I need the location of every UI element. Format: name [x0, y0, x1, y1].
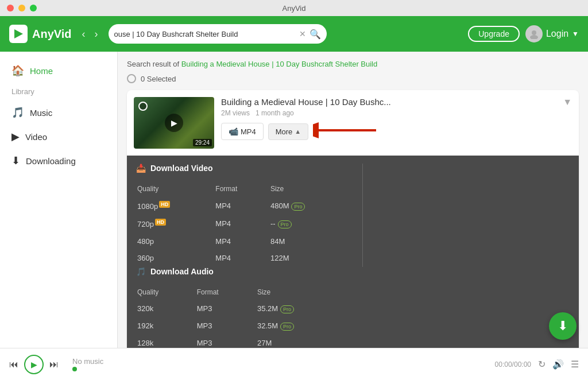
search-result-header: Search result of Building a Medieval Hou…	[127, 60, 579, 68]
sidebar-item-home[interactable]: 🏠 Home	[0, 59, 117, 83]
card-expand-button-1[interactable]: ▼	[563, 97, 572, 107]
music-icon: 🎵	[11, 106, 24, 119]
nav-arrows[interactable]: ‹ ›	[79, 27, 102, 41]
title-bar: AnyVid	[0, 0, 588, 16]
download-video-col: 📥 Download Video Quality Format Size	[136, 164, 353, 267]
video-quality-col-header: Quality	[137, 183, 214, 196]
audio-option-row[interactable]: 320k MP3 35.2MPro	[137, 301, 352, 317]
library-section-label: Library	[0, 83, 117, 100]
queue-button[interactable]: ☰	[571, 359, 579, 370]
search-bar[interactable]: ouse | 10 Day Bushcraft Shelter Build ✕ …	[109, 24, 327, 44]
video-format-cell: MP4	[215, 215, 269, 232]
window-title: AnyVid	[283, 4, 306, 13]
header-right: Upgrade Login ▼	[468, 25, 579, 42]
audio-format-cell: MP3	[197, 318, 256, 334]
download-panel-1: 📥 Download Video Quality Format Size	[127, 156, 579, 348]
back-button[interactable]: ‹	[79, 27, 89, 41]
no-music-label: No music	[72, 357, 481, 366]
search-text: ouse | 10 Day Bushcraft Shelter Build	[114, 30, 296, 38]
sidebar-item-music[interactable]: 🎵 Music	[0, 100, 117, 125]
search-icon[interactable]: 🔍	[310, 29, 321, 40]
main-layout: 🏠 Home Library 🎵 Music ▶ Video ⬇ Downloa…	[0, 52, 588, 348]
more-button-1[interactable]: More ▲	[268, 123, 309, 140]
svg-marker-0	[14, 29, 23, 38]
audio-size-col-header: Size	[257, 286, 352, 300]
video-card-1-header: ▶ 29:24 Building a Medieval House | 10 D…	[127, 90, 579, 156]
player-track-info: No music	[65, 357, 488, 371]
audio-size-cell: 32.5MPro	[257, 318, 352, 334]
download-audio-table: Quality Format Size 320k MP3 35.2MPro 19…	[136, 285, 353, 348]
search-result-link[interactable]: Building a Medieval House | 10 Day Bushc…	[181, 60, 378, 68]
red-arrow-annotation	[313, 119, 382, 144]
sidebar-music-label: Music	[30, 108, 52, 118]
svg-point-2	[530, 35, 538, 39]
download-video-label: Download Video	[150, 164, 213, 173]
mp4-icon: 📹	[229, 127, 238, 136]
video-select-checkbox-1[interactable]	[138, 102, 148, 111]
video-option-row[interactable]: 360p MP4 122M	[137, 250, 352, 266]
next-button[interactable]: ⏭	[49, 359, 59, 370]
content-area: Search result of Building a Medieval Hou…	[118, 52, 588, 348]
header: AnyVid ‹ › ouse | 10 Day Bushcraft Shelt…	[0, 16, 588, 52]
avatar	[525, 25, 543, 42]
minimize-button[interactable]	[18, 5, 25, 11]
sidebar-home-label: Home	[30, 66, 53, 76]
video-quality-cell: 1080pHD	[137, 197, 214, 214]
audio-option-row[interactable]: 192k MP3 32.5MPro	[137, 318, 352, 334]
sidebar-downloading-label: Downloading	[26, 156, 76, 166]
audio-option-row[interactable]: 128k MP3 27M	[137, 335, 352, 348]
prev-button[interactable]: ⏮	[9, 359, 18, 370]
audio-quality-col-header: Quality	[137, 286, 196, 300]
video-thumbnail-1[interactable]: ▶ 29:24	[134, 97, 214, 149]
login-label[interactable]: Login	[546, 29, 568, 39]
upgrade-button[interactable]: Upgrade	[468, 26, 520, 42]
video-option-row[interactable]: 720pHD MP4 --Pro	[137, 215, 352, 232]
play-pause-button[interactable]: ▶	[24, 355, 44, 374]
video-card-1: ▶ 29:24 Building a Medieval House | 10 D…	[127, 90, 579, 348]
video-option-row[interactable]: 1080pHD MP4 480MPro	[137, 197, 352, 214]
video-time-1: 1 month ago	[256, 109, 294, 117]
sidebar: 🏠 Home Library 🎵 Music ▶ Video ⬇ Downloa…	[0, 52, 118, 348]
forward-button[interactable]: ›	[91, 27, 102, 41]
audio-size-cell: 27M	[257, 335, 352, 348]
player-controls: ⏮ ▶ ⏭	[9, 355, 59, 374]
logo-area: AnyVid	[9, 25, 72, 43]
sidebar-video-label: Video	[25, 132, 47, 142]
audio-size-cell: 35.2MPro	[257, 301, 352, 317]
mp4-label: MP4	[241, 127, 256, 136]
video-quality-cell: 360p	[137, 250, 214, 266]
video-option-row[interactable]: 480p MP4 84M	[137, 234, 352, 249]
login-area[interactable]: Login ▼	[525, 25, 579, 42]
dropdown-arrow-icon[interactable]: ▼	[572, 30, 579, 38]
audio-quality-cell: 128k	[137, 335, 196, 348]
window-controls[interactable]	[7, 5, 37, 11]
download-audio-col: 🎵 Download Audio Quality Format Size	[136, 267, 353, 348]
download-audio-header: 🎵 Download Audio	[136, 267, 353, 280]
video-info-1: Building a Medieval House | 10 Day Bushc…	[221, 97, 572, 140]
video-size-cell: --Pro	[270, 215, 352, 232]
svg-point-1	[532, 30, 536, 35]
download-fab[interactable]: ⬇	[549, 312, 577, 340]
maximize-button[interactable]	[30, 5, 37, 11]
search-clear-button[interactable]: ✕	[299, 29, 306, 38]
download-video-table: Quality Format Size 1080pHD MP4 480MPro …	[136, 182, 353, 267]
video-size-col-header: Size	[270, 183, 352, 196]
repeat-button[interactable]: ↻	[538, 359, 546, 370]
video-quality-cell: 480p	[137, 234, 214, 249]
sidebar-item-video[interactable]: ▶ Video	[0, 125, 117, 149]
play-button-1[interactable]: ▶	[165, 114, 183, 132]
video-format-cell: MP4	[215, 250, 269, 266]
app-logo	[9, 25, 28, 43]
select-all-checkbox[interactable]	[127, 74, 136, 83]
mp4-button-1[interactable]: 📹 MP4	[221, 123, 264, 140]
time-display: 00:00/00:00	[495, 360, 531, 369]
download-video-icon: 📥	[136, 164, 146, 173]
download-columns: 📥 Download Video Quality Format Size	[136, 164, 570, 348]
player-right-controls: ↻ 🔊 ☰	[538, 359, 579, 370]
volume-button[interactable]: 🔊	[552, 359, 564, 370]
close-button[interactable]	[7, 5, 14, 11]
sidebar-item-downloading[interactable]: ⬇ Downloading	[0, 149, 117, 173]
audio-format-cell: MP3	[197, 301, 256, 317]
video-format-col-header: Format	[215, 183, 269, 196]
video-size-cell: 84M	[270, 234, 352, 249]
